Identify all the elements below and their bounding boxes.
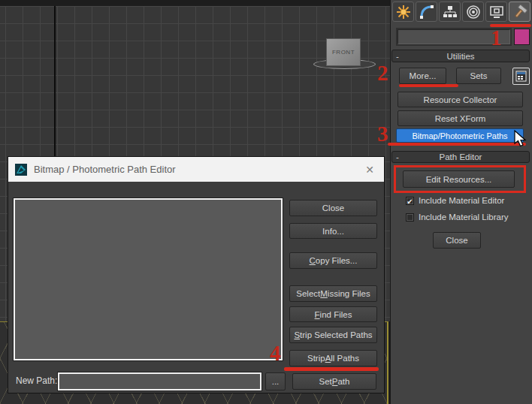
new-path-input[interactable] xyxy=(58,372,261,390)
annotation-step-2: 2 xyxy=(377,62,388,84)
tab-motion[interactable] xyxy=(462,2,484,22)
sets-button[interactable]: Sets xyxy=(456,68,501,84)
hierarchy-icon xyxy=(443,5,458,20)
new-path-label: New Path: xyxy=(16,375,57,386)
find-files-button[interactable]: Find Files xyxy=(289,306,377,322)
path-editor-close-button[interactable]: Close xyxy=(433,232,481,249)
scene-box-object: FRONT xyxy=(326,38,361,66)
annotation-step-4: 4 xyxy=(270,342,281,364)
utilities-icon xyxy=(512,4,528,20)
checkbox-checked-icon[interactable]: ✔ xyxy=(406,197,414,205)
tab-display[interactable] xyxy=(485,2,507,22)
bitmap-photometric-paths-button[interactable]: Bitmap/Photometric Paths xyxy=(396,128,524,143)
more-button[interactable]: More... xyxy=(399,68,446,84)
tab-modify[interactable] xyxy=(416,2,437,22)
configure-button-sets-icon xyxy=(515,71,527,82)
annotation-step-3: 3 xyxy=(377,123,388,145)
viewport-top-border xyxy=(0,0,390,6)
annotation-step-1: 1 xyxy=(491,27,502,49)
bitmap-photometric-path-editor-dialog: Bitmap / Photometric Path Editor ✕ Close… xyxy=(8,156,385,393)
dialog-close-button[interactable]: Close xyxy=(289,200,377,216)
3dsmax-app-icon xyxy=(15,164,27,176)
set-path-button[interactable]: Set Path xyxy=(292,373,376,390)
info-button[interactable]: Info... xyxy=(289,223,377,239)
annotation-box-edit-resources xyxy=(394,165,526,193)
path-editor-rollout-title: Path Editor xyxy=(403,152,529,161)
front-box-label: FRONT xyxy=(332,49,355,56)
object-color-swatch[interactable] xyxy=(514,29,530,45)
utilities-rollout-header[interactable]: - Utilities xyxy=(391,50,530,62)
browse-button[interactable]: ... xyxy=(265,372,286,390)
create-icon xyxy=(396,5,411,20)
strip-all-paths-button[interactable]: Strip All Paths xyxy=(289,350,377,366)
include-material-library-row[interactable]: Include Material Library xyxy=(406,213,509,222)
display-icon xyxy=(489,5,504,20)
configure-button-sets-button[interactable] xyxy=(512,68,530,85)
utilities-rollout-title: Utilities xyxy=(403,52,529,61)
collapse-icon: - xyxy=(392,52,403,61)
app-window: FRONT xyxy=(0,0,532,404)
reset-xform-button[interactable]: Reset XForm xyxy=(397,110,523,126)
dialog-titlebar[interactable]: Bitmap / Photometric Path Editor ✕ xyxy=(8,157,384,182)
annotation-underline-bitmap-paths xyxy=(388,143,526,146)
collapse-icon: - xyxy=(392,152,403,161)
modify-icon xyxy=(419,5,434,20)
strip-selected-paths-button[interactable]: Strip Selected Paths xyxy=(289,327,377,343)
resource-collector-button[interactable]: Resource Collector xyxy=(397,92,523,107)
select-missing-files-button[interactable]: Select Missing Files xyxy=(289,285,377,302)
mouse-cursor-icon xyxy=(514,130,527,151)
dialog-close-icon[interactable]: ✕ xyxy=(355,157,384,182)
include-material-editor-label: Include Material Editor xyxy=(419,196,504,205)
include-material-editor-row[interactable]: ✔ Include Material Editor xyxy=(406,196,504,205)
checkbox-unchecked-icon[interactable] xyxy=(406,213,414,222)
path-list-box[interactable] xyxy=(14,198,283,360)
copy-files-button[interactable]: Copy Files... xyxy=(289,252,377,269)
tab-utilities[interactable] xyxy=(509,2,530,22)
dialog-title: Bitmap / Photometric Path Editor xyxy=(34,164,355,175)
tab-create[interactable] xyxy=(392,2,414,22)
annotation-underline-more xyxy=(399,84,458,87)
tab-hierarchy[interactable] xyxy=(439,2,461,22)
path-editor-rollout-header[interactable]: - Path Editor xyxy=(391,151,530,163)
annotation-underline-strip-all-paths xyxy=(284,367,379,371)
motion-icon xyxy=(466,5,481,20)
include-material-library-label: Include Material Library xyxy=(419,213,509,222)
